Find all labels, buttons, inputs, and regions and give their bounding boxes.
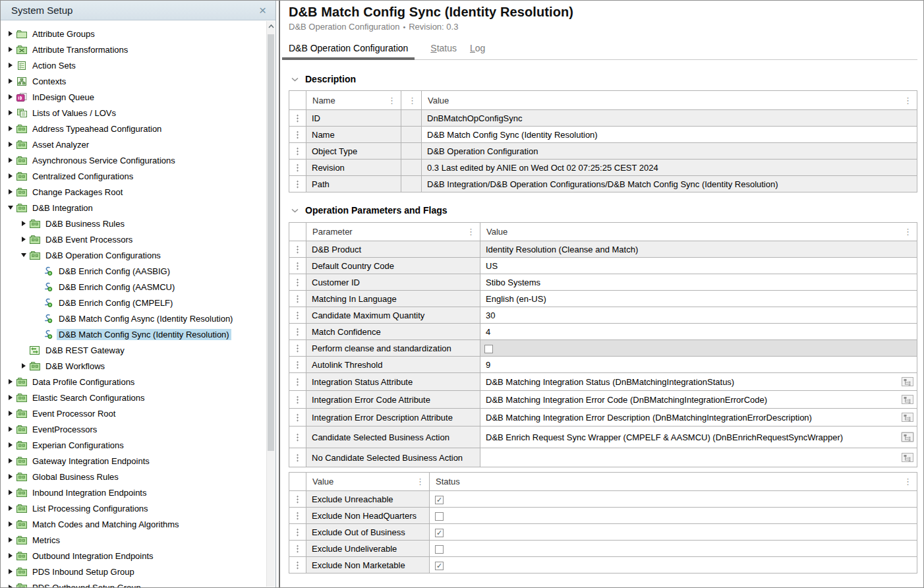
tree-item-contexts[interactable]: Contexts — [1, 73, 266, 89]
checkbox[interactable]: ✓ — [435, 496, 444, 504]
attribute-picker-icon[interactable] — [901, 452, 914, 463]
row-drag-handle[interactable] — [289, 160, 306, 176]
parameter-value-cell[interactable]: 4 — [480, 324, 917, 340]
attribute-picker-icon[interactable] — [901, 432, 914, 442]
tree-item-elastic-search-configurations[interactable]: Elastic Search Configurations — [1, 390, 266, 405]
checkbox[interactable]: ✓ — [435, 562, 444, 570]
row-drag-handle[interactable] — [289, 448, 306, 467]
column-menu-icon[interactable]: ⋮ — [387, 96, 397, 105]
row-drag-handle[interactable] — [289, 524, 306, 541]
column-menu-icon[interactable]: ⋮ — [407, 96, 417, 105]
expand-arrow-icon[interactable] — [6, 187, 15, 196]
expand-arrow-icon[interactable] — [6, 61, 15, 70]
tree-item-d-b-enrich-config-aasmcu[interactable]: D&B Enrich Config (AASMCU) — [1, 279, 266, 295]
expand-arrow-icon[interactable] — [6, 76, 15, 86]
collapse-arrow-icon[interactable] — [19, 250, 28, 260]
tree-item-list-processing-configurations[interactable]: List Processing Configurations — [1, 500, 266, 516]
collapse-chevron-icon[interactable] — [291, 77, 299, 82]
close-icon[interactable]: × — [258, 4, 268, 16]
tree-item-indesign-queue[interactable]: InDesign Queue — [1, 89, 266, 105]
column-menu-icon[interactable]: ⋮ — [903, 477, 913, 486]
row-drag-handle[interactable] — [289, 307, 306, 324]
tree-item-change-packages-root[interactable]: Change Packages Root — [1, 184, 266, 200]
expand-arrow-icon[interactable] — [6, 377, 15, 386]
row-drag-handle[interactable] — [289, 258, 306, 274]
tree-item-action-sets[interactable]: Action Sets — [1, 57, 266, 73]
tree-item-d-b-business-rules[interactable]: D&B Business Rules — [1, 216, 266, 231]
expand-arrow-icon[interactable] — [6, 171, 15, 181]
tree-item-pds-inbound-setup-group[interactable]: PDS Inbound Setup Group — [1, 564, 266, 579]
row-drag-handle[interactable] — [289, 409, 306, 426]
checkbox[interactable] — [484, 345, 493, 353]
scrollbar-up-arrow-icon[interactable] — [267, 21, 275, 32]
parameter-value-cell[interactable]: Stibo Systems — [480, 274, 917, 291]
expand-arrow-icon[interactable] — [6, 583, 15, 587]
tree-item-lists-of-values-lovs[interactable]: Lists of Values / LOVs — [1, 105, 266, 121]
parameter-value-cell[interactable]: US — [480, 258, 917, 274]
tree-item-d-b-integration[interactable]: D&B Integration — [1, 200, 266, 216]
checkbox[interactable] — [435, 512, 444, 521]
tree-item-global-business-rules[interactable]: Global Business Rules — [1, 469, 266, 485]
parameter-value-cell[interactable]: 30 — [480, 307, 917, 324]
expand-arrow-icon[interactable] — [6, 393, 15, 402]
expand-arrow-icon[interactable] — [6, 456, 15, 465]
checkbox[interactable] — [435, 545, 444, 554]
parameter-value-cell[interactable]: D&B Matching Integration Error Code (DnB… — [480, 391, 917, 409]
tab-db-operation-configuration[interactable]: D&B Operation Configuration — [282, 41, 415, 59]
expand-arrow-icon[interactable] — [6, 440, 15, 450]
panel-divider[interactable] — [279, 1, 280, 587]
row-drag-handle[interactable] — [289, 324, 306, 340]
expand-arrow-icon[interactable] — [6, 519, 15, 529]
tree-item-d-b-rest-gateway[interactable]: D&B REST Gateway — [1, 342, 266, 358]
row-drag-handle[interactable] — [289, 241, 306, 258]
parameter-value-cell[interactable] — [480, 448, 917, 467]
expand-arrow-icon[interactable] — [6, 472, 15, 481]
scrollbar-thumb[interactable] — [268, 34, 274, 451]
expand-arrow-icon[interactable] — [6, 567, 15, 576]
row-drag-handle[interactable] — [289, 340, 306, 357]
row-drag-handle[interactable] — [289, 127, 306, 143]
tree-item-d-b-match-config-sync-identity-resolution[interactable]: D&B Match Config Sync (Identity Resoluti… — [1, 326, 266, 342]
tree-item-metrics[interactable]: Metrics — [1, 532, 266, 548]
tree-item-d-b-match-config-async-identity-resolution[interactable]: D&B Match Config Async (Identity Resolut… — [1, 310, 266, 326]
row-drag-handle[interactable] — [289, 391, 306, 409]
tree-item-address-typeahead-configuration[interactable]: Address Typeahead Configuration — [1, 121, 266, 136]
column-menu-icon[interactable]: ⋮ — [466, 227, 476, 236]
row-drag-handle[interactable] — [289, 143, 306, 160]
tree-item-asset-analyzer[interactable]: Asset Analyzer — [1, 136, 266, 152]
parameter-value-cell[interactable]: D&B Matching Integration Status (DnBMatc… — [480, 373, 917, 391]
column-menu-icon[interactable]: ⋮ — [903, 227, 913, 236]
tree-item-match-codes-and-matching-algorithms[interactable]: Match Codes and Matching Algorithms — [1, 516, 266, 532]
tree-item-d-b-workflows[interactable]: D&B Workflows — [1, 358, 266, 374]
expand-arrow-icon[interactable] — [6, 92, 15, 102]
row-drag-handle[interactable] — [289, 176, 306, 192]
expand-arrow-icon[interactable] — [6, 425, 15, 434]
parameter-value-cell[interactable]: D&B Enrich Request Sync Wrapper (CMPELF … — [480, 426, 917, 448]
column-menu-icon[interactable]: ⋮ — [903, 96, 913, 105]
expand-arrow-icon[interactable] — [6, 108, 15, 117]
attribute-picker-icon[interactable] — [901, 394, 914, 405]
collapse-arrow-icon[interactable] — [6, 203, 15, 212]
tab-status[interactable]: Status — [424, 41, 463, 59]
tree-item-attribute-groups[interactable]: Attribute Groups — [1, 26, 266, 42]
row-drag-handle[interactable] — [289, 274, 306, 291]
row-drag-handle[interactable] — [289, 541, 306, 557]
attribute-picker-icon[interactable] — [901, 412, 914, 423]
attribute-picker-icon[interactable] — [901, 376, 914, 387]
tree-item-data-profile-configurations[interactable]: Data Profile Configurations — [1, 374, 266, 390]
expand-arrow-icon[interactable] — [19, 219, 28, 228]
tree-item-event-processor-root[interactable]: Event Processor Root — [1, 405, 266, 421]
parameter-value-cell[interactable]: 9 — [480, 357, 917, 373]
description-value-cell[interactable]: D&B Match Config Sync (Identity Resoluti… — [422, 127, 917, 143]
expand-arrow-icon[interactable] — [6, 140, 15, 149]
tree-item-experian-configurations[interactable]: Experian Configurations — [1, 437, 266, 453]
expand-arrow-icon[interactable] — [6, 488, 15, 497]
tree-item-attribute-transformations[interactable]: Attribute Transformations — [1, 42, 266, 57]
tree-item-d-b-enrich-config-aasbig[interactable]: D&B Enrich Config (AASBIG) — [1, 263, 266, 279]
checkbox[interactable]: ✓ — [435, 529, 444, 537]
tree-scrollbar[interactable] — [266, 21, 275, 587]
expand-arrow-icon[interactable] — [6, 504, 15, 513]
tree-item-inbound-integration-endpoints[interactable]: Inbound Integration Endpoints — [1, 485, 266, 500]
parameter-value-cell[interactable]: English (en-US) — [480, 291, 917, 307]
tree-item-centralized-configurations[interactable]: Centralized Configurations — [1, 168, 266, 184]
